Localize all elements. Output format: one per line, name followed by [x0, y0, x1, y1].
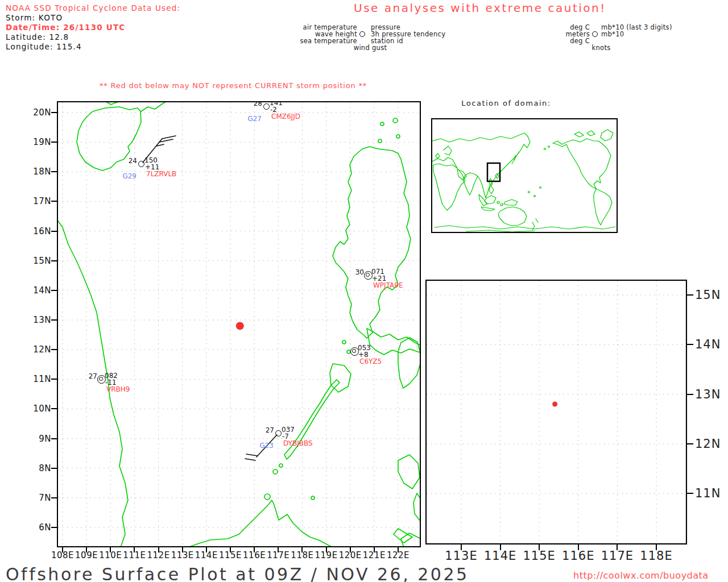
caution-banner: Use analyses with extreme caution! — [354, 1, 606, 15]
inset-title: Location of domain: — [449, 99, 563, 107]
domain-zoom-y-tick — [687, 443, 693, 444]
station-air-temp: 27 — [89, 373, 97, 380]
unit-sea-deg-c: deg C — [544, 38, 590, 44]
main-map-y-tick — [51, 379, 57, 380]
main-map-y-tick — [51, 290, 57, 291]
main-map-y-tick — [51, 438, 57, 439]
domain-zoom-x-tick — [461, 544, 462, 550]
station-gust: G23 — [259, 442, 274, 449]
station-circle-icon — [592, 31, 598, 37]
longitude-line: Longitude: 115.4 — [6, 42, 82, 52]
domain-zoom-y-tick — [687, 294, 693, 296]
main-map-y-tick — [51, 112, 57, 113]
islet — [378, 139, 382, 143]
main-map-y-tick — [51, 319, 57, 321]
islet — [273, 469, 278, 474]
unit-tendency-mb10: mb*10 — [601, 31, 624, 38]
main-map-x-tick — [182, 547, 183, 552]
domain-zoom-x-tick-label: 115E — [522, 549, 556, 563]
datetime-line: Date/Time: 26/1130 UTC — [6, 23, 125, 32]
main-map-y-tick-label: 13N — [27, 315, 51, 325]
domain-zoom-map — [425, 280, 687, 544]
main-map-y-tick-label: 11N — [27, 374, 51, 384]
domain-zoom-x-tick — [656, 544, 657, 550]
main-map-y-tick-label: 15N — [27, 256, 51, 266]
unit-gust-knots: knots — [567, 44, 635, 51]
coastline-panay — [398, 455, 420, 489]
domain-zoom-y-tick — [687, 344, 693, 345]
coastline-china — [141, 101, 167, 111]
main-map-y-tick-label: 17N — [27, 196, 51, 206]
legend-wind-gust: wind gust — [336, 44, 404, 51]
station-id: C6YZ5 — [359, 358, 382, 365]
domain-zoom-y-tick-label: 12N — [695, 437, 721, 451]
main-map-y-tick-label: 7N — [27, 493, 51, 503]
main-map-y-tick — [51, 260, 57, 261]
main-map-x-tick — [134, 547, 135, 552]
main-map-x-tick — [254, 547, 255, 552]
coastline-vietnam — [57, 219, 128, 547]
station-air-temp: 30 — [355, 269, 364, 276]
coastline-palawan — [284, 380, 340, 459]
main-map-x-tick — [374, 547, 375, 552]
islet — [380, 122, 384, 126]
main-map-x-tick — [110, 547, 111, 552]
main-map-y-tick-label: 20N — [27, 107, 51, 118]
main-map-y-tick — [51, 201, 57, 202]
main-map-y-tick-label: 6N — [27, 522, 51, 533]
main-map-x-tick — [301, 547, 303, 552]
main-map-y-tick-label: 14N — [27, 285, 51, 296]
storm-name-line: Storm: KOTO — [6, 13, 63, 23]
domain-zoom-x-tick-label: 118E — [639, 549, 673, 563]
islet — [279, 464, 283, 467]
main-map-y-tick — [51, 527, 57, 528]
legend-sea-temperature: sea temperature — [267, 38, 357, 44]
station-id: DYBJBBS — [283, 440, 313, 447]
domain-zoom-x-tick — [617, 544, 618, 550]
domain-zoom-x-tick-label: 113E — [444, 549, 478, 563]
station-circle-icon — [275, 430, 282, 436]
main-map-canvas — [57, 101, 421, 547]
domain-zoom-x-tick-label: 117E — [600, 549, 634, 563]
domain-zoom-x-tick-label: 114E — [483, 549, 518, 563]
islet — [394, 529, 412, 543]
station-gust: G27 — [247, 115, 262, 122]
main-map-y-tick — [51, 349, 57, 350]
domain-zoom-x-tick — [539, 544, 540, 550]
station-gust: G29 — [122, 173, 136, 180]
coastline-bicol — [367, 329, 421, 355]
world-map-canvas — [432, 119, 617, 232]
plot-title: Offshore Surface Plot at 09Z / NOV 26, 2… — [6, 564, 469, 582]
domain-zoom-x-tick — [578, 544, 579, 550]
coastline-mindoro — [330, 364, 351, 392]
main-map-y-tick-label: 12N — [27, 344, 51, 355]
station-circle-icon — [138, 161, 144, 167]
main-map-x-tick — [62, 547, 63, 552]
source-url[interactable]: http://coolwx.com/buoydata — [573, 570, 709, 581]
main-map-y-tick — [51, 497, 57, 498]
main-map-x-tick — [398, 547, 399, 552]
world-inset-map — [431, 118, 618, 233]
main-map-y-tick-label: 19N — [27, 137, 51, 147]
main-map: 28 141 -2 CMZ6JJD G27 24 150 +11 7LZRVLB… — [57, 101, 421, 547]
main-map-y-tick — [51, 468, 57, 469]
coastline-mindanao — [401, 533, 421, 547]
domain-zoom-y-tick-label: 14N — [695, 338, 721, 351]
main-map-y-tick — [51, 171, 57, 172]
domain-zoom-y-tick-label: 11N — [695, 487, 721, 500]
main-map-y-tick-label: 8N — [27, 463, 51, 473]
station-id: 7LZRVLB — [146, 171, 176, 177]
islet — [393, 118, 398, 123]
main-map-y-tick — [51, 408, 57, 409]
domain-zoom-y-tick-label: 15N — [695, 288, 721, 302]
domain-zoom-y-tick-label: 13N — [695, 388, 721, 401]
main-map-x-tick — [158, 547, 159, 552]
station-air-temp: 24 — [129, 157, 137, 164]
station-id: WPJTA9E — [373, 282, 403, 289]
domain-zoom-y-tick — [687, 493, 693, 494]
main-map-x-tick — [326, 547, 327, 552]
main-map-y-tick-label: 16N — [27, 226, 51, 236]
domain-zoom-y-tick — [687, 394, 693, 395]
domain-box — [487, 163, 500, 181]
domain-zoom-x-tick — [500, 544, 501, 550]
